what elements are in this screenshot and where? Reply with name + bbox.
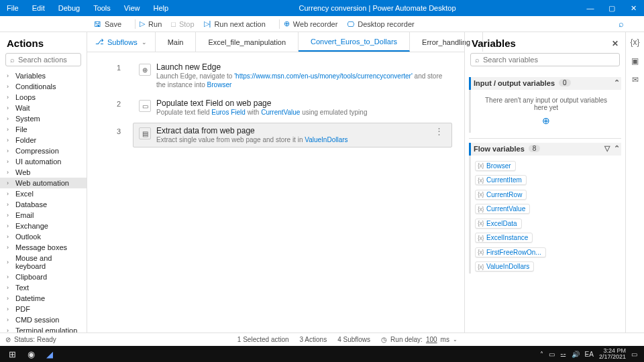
category-ui-automation[interactable]: ›UI automation (0, 156, 87, 167)
category-text[interactable]: ›Text (0, 282, 87, 293)
category-web[interactable]: ›Web (0, 167, 87, 178)
variable-chip[interactable]: {x}CurrentValue (475, 204, 530, 214)
menu-edit[interactable]: Edit (25, 4, 52, 12)
web-recorder-button[interactable]: ⊕Web recorder (284, 19, 337, 28)
run-next-button[interactable]: ▷|Run next action (204, 19, 266, 28)
flow-variables-header[interactable]: Flow variables 8 ▽ ⌃ (469, 143, 621, 156)
save-button[interactable]: 🖫Save (94, 20, 121, 28)
timer-icon: ◷ (381, 336, 387, 343)
action-description: Populate text field Euros Field with Cur… (156, 108, 446, 117)
images-tab-icon[interactable]: ✉ (632, 75, 639, 84)
variable-chip[interactable]: {x}ValueInDollars (475, 261, 534, 272)
category-variables[interactable]: ›Variables (0, 70, 87, 81)
desktop-recorder-button[interactable]: 🖵Desktop recorder (347, 20, 414, 28)
menu-help[interactable]: Help (146, 4, 175, 12)
io-variables-header[interactable]: Input / output variables 0 ⌃ (469, 77, 621, 90)
category-excel[interactable]: ›Excel (0, 188, 87, 199)
variable-chip[interactable]: {x}CurrentItem (475, 175, 527, 185)
minimize-button[interactable]: — (580, 4, 601, 13)
maximize-button[interactable]: ▢ (601, 4, 623, 13)
category-message-boxes[interactable]: ›Message boxes (0, 242, 87, 253)
language-indicator[interactable]: EA (585, 351, 594, 358)
category-mouse-and-keyboard[interactable]: ›Mouse and keyboard (0, 253, 87, 272)
chevron-down-icon[interactable]: ⌄ (453, 337, 458, 343)
variables-search-input[interactable] (483, 56, 615, 64)
action-center-icon[interactable]: ▭ (631, 351, 637, 358)
category-clipboard[interactable]: ›Clipboard (0, 272, 87, 282)
tab-excel_file_manipulation[interactable]: Excel_file_manipulation (196, 32, 299, 52)
run-button[interactable]: ▷Run (140, 19, 162, 28)
close-button[interactable]: ✕ (623, 4, 644, 13)
start-button[interactable]: ⊞ (3, 349, 21, 359)
actions-search-input[interactable] (18, 56, 76, 64)
status-bar: ⊘ Status: Ready 1 Selected action 3 Acti… (0, 333, 644, 346)
actions-search[interactable]: ⌕ (5, 53, 81, 66)
chevron-up-icon[interactable]: ⌃ (614, 144, 620, 153)
variables-close-button[interactable]: ✕ (612, 39, 619, 48)
chevron-up-icon[interactable]: ⌃ (614, 78, 620, 87)
taskbar-app-edge[interactable]: ◉ (21, 349, 40, 359)
taskbar-app-pad[interactable]: ◢ (40, 349, 59, 359)
volume-icon[interactable]: 🔊 (572, 351, 580, 358)
workspace[interactable]: 1⊕Launch new EdgeLaunch Edge, navigate t… (87, 52, 464, 333)
action-card[interactable]: ▤Extract data from web pageExtract singl… (133, 123, 452, 147)
io-variables-empty: There aren't any input or output variabl… (469, 90, 621, 133)
category-pdf[interactable]: ›PDF (0, 304, 87, 314)
search-button[interactable]: ⌕ (619, 19, 624, 29)
variable-type-icon: {x} (478, 162, 484, 169)
chevron-right-icon: › (7, 233, 13, 240)
category-terminal-emulation[interactable]: ›Terminal emulation (0, 325, 87, 333)
io-variables-count: 0 (559, 79, 571, 86)
variable-chip[interactable]: {x}ExcelInstance (475, 233, 533, 243)
category-conditionals[interactable]: ›Conditionals (0, 81, 87, 92)
variable-chip[interactable]: {x}Browser (475, 161, 516, 171)
variable-chip[interactable]: {x}FirstFreeRowOn... (475, 247, 546, 257)
variable-type-icon: {x} (478, 177, 484, 184)
category-loops[interactable]: ›Loops (0, 92, 87, 103)
category-exchange[interactable]: ›Exchange (0, 221, 87, 231)
variable-chip[interactable]: {x}CurrentRow (475, 190, 527, 200)
category-wait[interactable]: ›Wait (0, 103, 87, 113)
clock[interactable]: 3:24 PM 2/17/2021 (599, 348, 626, 360)
action-title: Launch new Edge (156, 62, 446, 72)
variables-search[interactable]: ⌕ (470, 53, 620, 66)
menu-file[interactable]: File (0, 4, 25, 12)
category-file[interactable]: ›File (0, 124, 87, 135)
category-email[interactable]: ›Email (0, 210, 87, 221)
action-number: 2 (99, 95, 133, 108)
category-system[interactable]: ›System (0, 113, 87, 124)
category-datetime[interactable]: ›Datetime (0, 293, 87, 304)
tray-chevron-icon[interactable]: ˄ (540, 351, 543, 358)
variable-chip[interactable]: {x}ExcelData (475, 219, 522, 229)
wifi-icon[interactable]: ⚍ (560, 351, 566, 358)
action-number: 3 (99, 123, 133, 135)
title-bar: FileEditDebugToolsViewHelp Currency conv… (0, 0, 644, 16)
action-card[interactable]: ▭Populate text Field on web pagePopulate… (133, 95, 452, 120)
web-icon: ⊕ (284, 19, 290, 28)
category-web-automation[interactable]: ›Web automation (0, 178, 87, 188)
menu-view[interactable]: View (117, 4, 147, 12)
action-card[interactable]: ⊕Launch new EdgeLaunch Edge, navigate to… (133, 59, 452, 93)
category-compression[interactable]: ›Compression (0, 145, 87, 156)
stop-button[interactable]: □Stop (171, 20, 194, 28)
category-folder[interactable]: ›Folder (0, 135, 87, 145)
tab-convert_euros_to_dollars[interactable]: Convert_Euros_to_Dollars (299, 32, 410, 52)
chevron-right-icon: › (7, 201, 13, 208)
chevron-right-icon: › (7, 244, 13, 251)
category-cmd-session[interactable]: ›CMD session (0, 314, 87, 325)
battery-icon[interactable]: ▭ (549, 351, 555, 358)
tab-main[interactable]: Main (156, 32, 197, 52)
actions-count: 3 Actions (300, 336, 327, 343)
run-delay-value[interactable]: 100 (426, 336, 437, 343)
subflows-button[interactable]: ⎇ Subflows ⌄ (87, 32, 156, 52)
filter-icon[interactable]: ▽ (604, 144, 610, 153)
variables-tab-icon[interactable]: {x} (630, 38, 639, 47)
ui-elements-tab-icon[interactable]: ▣ (631, 56, 639, 66)
category-outlook[interactable]: ›Outlook (0, 231, 87, 242)
action-menu-button[interactable]: ⋮ (432, 126, 446, 136)
category-database[interactable]: ›Database (0, 199, 87, 210)
action-row: 1⊕Launch new EdgeLaunch Edge, navigate t… (99, 59, 452, 93)
add-variable-button[interactable]: ⊕ (478, 115, 614, 126)
menu-debug[interactable]: Debug (52, 4, 87, 12)
menu-tools[interactable]: Tools (87, 4, 117, 12)
